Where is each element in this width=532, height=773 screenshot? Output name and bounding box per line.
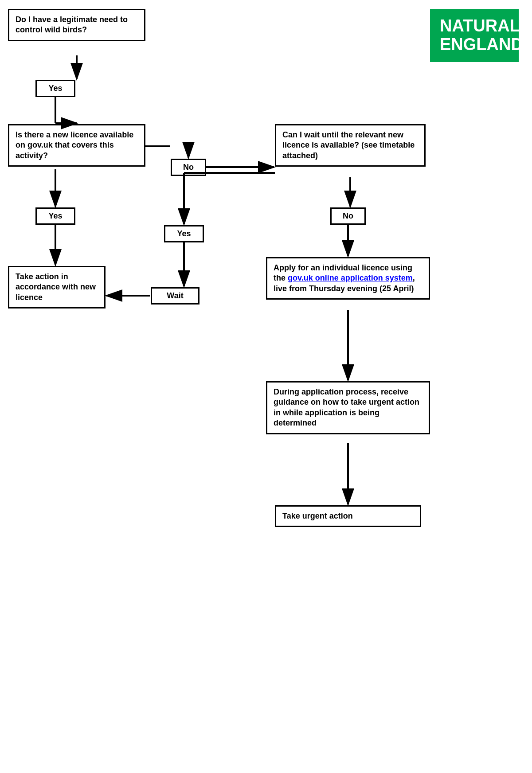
no-2-label: No [330, 207, 366, 225]
urgent-box: Take urgent action [275, 505, 421, 527]
question-1-box: Do I have a legitimate need to control w… [8, 9, 145, 41]
action-1-box: Take action in accordance with new licen… [8, 266, 106, 308]
yes-3-label: Yes [164, 225, 204, 242]
yes-1-label: Yes [35, 80, 75, 97]
no-1-label: No [171, 159, 206, 176]
wait-box: Wait [151, 287, 200, 305]
flowchart-page: NATURAL ENGLAND Do I have a legitimate n… [0, 0, 532, 773]
gov-uk-link[interactable]: gov.uk online application system [288, 273, 413, 282]
natural-england-logo: NATURAL ENGLAND [430, 9, 519, 62]
yes-2-label: Yes [35, 207, 75, 225]
apply-box: Apply for an individual licence using th… [266, 257, 430, 300]
question-3-box: Can I wait until the relevant new licenc… [275, 124, 426, 167]
during-box: During application process, receive guid… [266, 381, 430, 434]
question-2-box: Is there a new licence available on gov.… [8, 124, 145, 167]
